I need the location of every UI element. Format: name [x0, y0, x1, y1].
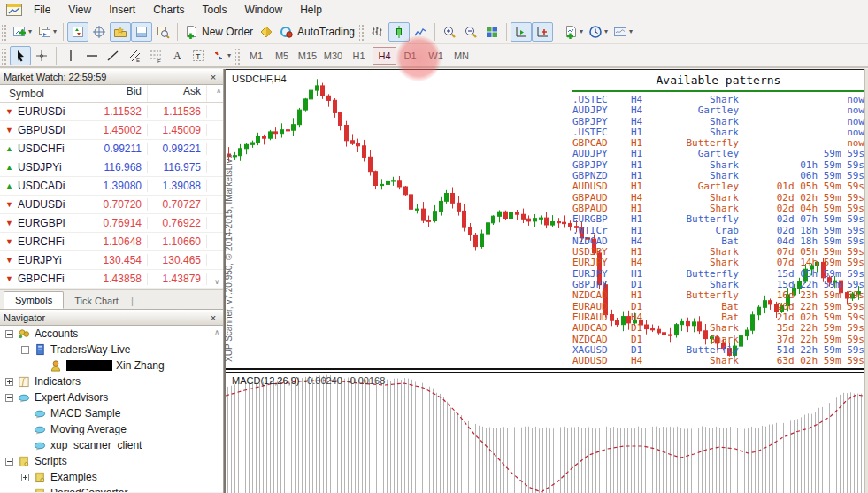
column-header-symbol[interactable]: Symbol — [0, 85, 88, 102]
market-watch-row[interactable]: ▼AUDUSDi0.707200.70727 — [0, 196, 223, 214]
column-header-ask[interactable]: Ask — [148, 85, 207, 102]
dropdown-caret-icon[interactable]: ▾ — [629, 28, 633, 35]
timeframe-button-m30[interactable]: M30 — [321, 47, 345, 65]
market-watch-row[interactable]: ▲USDCADi1.390801.39088 — [0, 177, 223, 196]
menu-item-help[interactable]: Help — [291, 2, 331, 18]
tree-item-expert-advisors[interactable]: Expert Advisors — [0, 389, 223, 405]
strategy-tester-button[interactable] — [152, 22, 173, 42]
zoom-out-button[interactable] — [460, 22, 481, 42]
market-watch-toggle-button[interactable] — [67, 22, 88, 42]
tree-item-xin-zhang[interactable]: Xin Zhang — [0, 358, 223, 374]
market-watch-row[interactable]: ▼EURUSDi1.115321.11536 — [0, 103, 223, 121]
market-watch-row[interactable]: ▼EURJPYi130.454130.465 — [0, 251, 223, 270]
macd-indicator-panel[interactable]: MACD(12,26,9)-0.00240-0.00168 — [226, 373, 864, 493]
tab-symbols[interactable]: Symbols — [4, 291, 64, 309]
market-watch-row[interactable]: ▼EURGBPi0.769140.76922 — [0, 214, 223, 233]
dropdown-caret-icon[interactable]: ▾ — [604, 28, 608, 35]
navigator-scroll-up-arrow[interactable]: ∧ — [214, 328, 219, 336]
dropdown-caret-icon[interactable]: ▾ — [28, 28, 32, 35]
cursor-button[interactable] — [10, 46, 31, 65]
chart-shift-button[interactable] — [532, 22, 553, 42]
expand-toggle[interactable] — [21, 474, 29, 481]
timeframe-button-m1[interactable]: M1 — [244, 47, 268, 65]
menu-item-tools[interactable]: Tools — [194, 2, 236, 18]
pattern-countdown: now — [739, 95, 864, 105]
tile-windows-button[interactable] — [481, 22, 503, 42]
new-chart-button[interactable]: ▾ — [10, 22, 35, 42]
collapse-toggle[interactable] — [5, 458, 13, 466]
tree-item-indicators[interactable]: fIndicators — [0, 374, 223, 389]
menu-item-file[interactable]: File — [25, 2, 59, 18]
terminal-toggle-button[interactable] — [131, 22, 152, 42]
tree-item-xup-scanner-client[interactable]: xup_scanner_client — [0, 437, 223, 453]
crosshair-button[interactable] — [31, 46, 52, 65]
data-window-button[interactable] — [88, 22, 110, 42]
vertical-line-button[interactable] — [60, 46, 81, 65]
trendline-button[interactable] — [103, 46, 124, 65]
indicators-list-button[interactable]: ▾ — [561, 22, 586, 42]
expand-toggle[interactable] — [5, 378, 13, 386]
menu-item-view[interactable]: View — [59, 2, 100, 18]
arrows-button[interactable]: ▾ — [209, 46, 234, 65]
column-header-bid[interactable]: Bid — [88, 85, 148, 102]
market-watch-row[interactable]: ▼GBPCHFi1.438581.43879 — [0, 270, 223, 289]
scroll-up-arrow[interactable]: ∧ — [216, 87, 221, 95]
tree-item-examples[interactable]: Examples — [0, 469, 223, 485]
text-label-button[interactable]: T — [188, 46, 209, 65]
equidistant-channel-button[interactable]: E — [124, 46, 145, 65]
timeframe-button-w1[interactable]: W1 — [424, 47, 448, 65]
timeframe-button-mn[interactable]: MN — [449, 47, 473, 65]
toolbar-grip — [2, 23, 8, 41]
timeframe-button-h1[interactable]: H1 — [347, 47, 371, 65]
bar-chart-button[interactable] — [367, 22, 388, 42]
pattern-row: AUDUSDH4Shark63d 02h 59m 59s — [572, 356, 864, 366]
dropdown-caret-icon[interactable]: ▾ — [53, 28, 57, 35]
tree-item-tradersway-live[interactable]: TradersWay-Live — [0, 342, 223, 358]
horizontal-line-button[interactable] — [81, 46, 103, 65]
collapse-toggle[interactable] — [21, 346, 29, 354]
app-logo-icon — [4, 3, 25, 17]
text-button[interactable]: A — [166, 46, 188, 65]
metaeditor-button[interactable] — [256, 22, 277, 42]
pattern-timeframe: D1 — [631, 335, 666, 345]
market-watch-row[interactable]: ▼GBPUSDi1.450021.45009 — [0, 121, 223, 140]
tree-item-periodconverter[interactable]: PeriodConverter — [0, 485, 223, 492]
tree-item-accounts[interactable]: Accounts — [0, 326, 223, 342]
menu-item-window[interactable]: Window — [236, 2, 292, 18]
market-watch-row[interactable]: ▲USDJPYi116.968116.975 — [0, 158, 223, 177]
scroll-down-arrow[interactable]: ∨ — [214, 278, 219, 286]
line-chart-button[interactable] — [410, 22, 431, 42]
timeframe-button-m5[interactable]: M5 — [270, 47, 294, 65]
navigator-close-button[interactable]: × — [207, 312, 219, 324]
timeframe-button-d1[interactable]: D1 — [398, 47, 422, 65]
tree-item-label: Accounts — [35, 327, 78, 340]
chart-canvas[interactable]: USDCHF,H4 XUP Scanner, v7.20.950, © 2014… — [226, 69, 864, 368]
new-order-button[interactable]: New Order — [181, 22, 256, 42]
menu-item-insert[interactable]: Insert — [100, 2, 144, 18]
tree-item-label: Scripts — [35, 455, 67, 467]
market-watch-row[interactable]: ▲USDCHFi0.992110.99221 — [0, 140, 223, 158]
dropdown-caret-icon[interactable]: ▾ — [227, 52, 231, 59]
collapse-toggle[interactable] — [5, 394, 13, 402]
tab-tick-chart[interactable]: Tick Chart — [64, 293, 129, 309]
templates-button[interactable]: ▾ — [611, 22, 635, 42]
collapse-toggle[interactable] — [5, 330, 13, 338]
fibonacci-button[interactable]: F — [145, 46, 166, 65]
tree-item-moving-average[interactable]: Moving Average — [0, 421, 223, 437]
auto-scroll-button[interactable] — [511, 22, 532, 42]
symbol-cell: ▲USDJPYi — [0, 161, 88, 173]
profiles-button[interactable]: ▾ — [35, 22, 59, 42]
tree-item-scripts[interactable]: Scripts — [0, 453, 223, 469]
timeframe-button-h4[interactable]: H4 — [373, 47, 396, 65]
candlestick-chart-button[interactable] — [388, 22, 410, 42]
zoom-in-button[interactable] — [439, 22, 460, 42]
timeframe-button-m15[interactable]: M15 — [296, 47, 319, 65]
dropdown-caret-icon[interactable]: ▾ — [580, 28, 583, 35]
menu-item-charts[interactable]: Charts — [144, 2, 193, 18]
autotrading-button[interactable]: AutoTrading — [277, 22, 357, 42]
periods-button[interactable]: ▾ — [586, 22, 611, 42]
tree-item-macd-sample[interactable]: MACD Sample — [0, 405, 223, 421]
market-watch-close-button[interactable]: × — [207, 71, 219, 83]
navigator-toggle-button[interactable] — [110, 22, 131, 42]
market-watch-row[interactable]: ▼EURCHFi1.106481.10660 — [0, 233, 223, 251]
